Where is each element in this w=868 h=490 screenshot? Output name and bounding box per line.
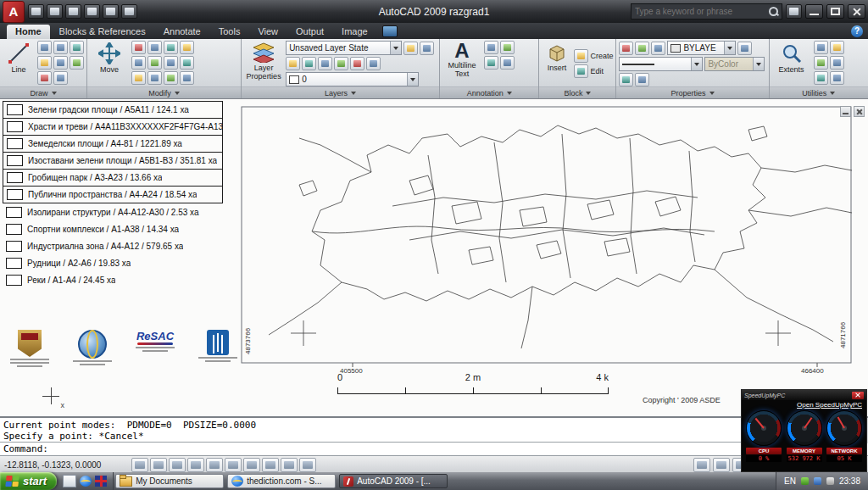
ducs-toggle[interactable] xyxy=(243,458,260,472)
transparency-icon[interactable] xyxy=(635,73,649,86)
panel-title-draw[interactable]: Draw xyxy=(0,86,86,98)
hatch-icon[interactable] xyxy=(70,56,84,70)
tab-home[interactable]: Home xyxy=(7,25,50,39)
ellipse-icon[interactable] xyxy=(53,56,68,70)
taskbar-item-autocad[interactable]: AutoCAD 2009 - [... xyxy=(339,474,448,488)
taskbar-item-my-documents[interactable]: My Documents xyxy=(115,474,224,488)
panel-title-utilities[interactable]: Utilities xyxy=(770,86,868,98)
layer-on-icon[interactable] xyxy=(286,57,300,70)
lwt-toggle[interactable] xyxy=(281,458,298,472)
undo-icon[interactable] xyxy=(103,4,119,19)
open-speedupmypc-link[interactable]: Open SpeedUpMyPC xyxy=(742,400,866,409)
osnap-toggle[interactable] xyxy=(206,458,223,472)
snap-toggle[interactable] xyxy=(131,458,148,472)
language-indicator[interactable]: EN xyxy=(784,476,796,486)
menu-browser-icon[interactable]: A xyxy=(3,1,25,23)
paste-icon[interactable] xyxy=(814,71,828,85)
measure-icon[interactable] xyxy=(814,41,828,54)
model-space-button[interactable] xyxy=(693,458,710,472)
redo-icon[interactable] xyxy=(121,4,137,19)
copy-clip-icon[interactable] xyxy=(830,71,844,85)
panel-title-block[interactable]: Block xyxy=(539,86,615,98)
match-properties-icon[interactable] xyxy=(619,42,633,55)
start-button[interactable]: start xyxy=(0,472,57,490)
open-icon[interactable] xyxy=(47,4,63,19)
lineweight-dropdown[interactable] xyxy=(619,57,703,71)
command-prompt[interactable]: Command: xyxy=(0,442,868,455)
erase-icon[interactable] xyxy=(131,41,146,54)
fillet-icon[interactable] xyxy=(180,41,194,54)
join-icon[interactable] xyxy=(180,71,194,85)
circle-icon[interactable] xyxy=(53,41,68,54)
move-tool-button[interactable]: Move xyxy=(90,41,129,86)
uk-flag-icon[interactable] xyxy=(95,476,107,487)
panel-title-layers[interactable]: Layers xyxy=(242,86,439,98)
scale-icon[interactable] xyxy=(147,71,162,85)
widget-close-icon[interactable] xyxy=(852,392,864,399)
layer-current-dropdown[interactable]: 0 xyxy=(286,72,419,86)
linetype-icon[interactable] xyxy=(619,73,633,86)
polyline-icon[interactable] xyxy=(37,41,52,54)
layer-properties-button[interactable]: Layer Properties xyxy=(244,41,283,86)
create-block-button[interactable]: Create xyxy=(574,49,613,63)
gradient-icon[interactable] xyxy=(37,71,52,85)
list-icon[interactable] xyxy=(737,42,752,55)
viewport-close-icon[interactable] xyxy=(854,106,865,117)
clock[interactable]: 23:38 xyxy=(839,476,860,486)
insert-block-button[interactable]: Insert xyxy=(542,41,571,86)
rotate-icon[interactable] xyxy=(131,56,146,70)
network-tray-icon[interactable] xyxy=(814,477,821,485)
zoom-extents-button[interactable]: Extents xyxy=(772,41,811,86)
save-icon[interactable] xyxy=(65,4,81,19)
tab-view[interactable]: View xyxy=(249,25,287,39)
quick-select-icon[interactable] xyxy=(814,56,828,70)
offset-icon[interactable] xyxy=(164,56,178,70)
communication-center-icon[interactable] xyxy=(786,4,802,19)
grid-toggle[interactable] xyxy=(150,458,167,472)
show-desktop-icon[interactable] xyxy=(63,475,76,487)
tab-annotate[interactable]: Annotate xyxy=(155,25,209,39)
properties-palette-icon[interactable] xyxy=(651,42,665,55)
plot-icon[interactable] xyxy=(84,4,100,19)
command-window[interactable]: Current point modes: PDMODE=0 PDSIZE=0.0… xyxy=(0,416,868,457)
arc-icon[interactable] xyxy=(70,41,84,54)
ribbon-options-icon[interactable] xyxy=(382,25,398,37)
trim-icon[interactable] xyxy=(147,56,162,70)
array-icon[interactable] xyxy=(180,56,194,70)
search-input[interactable] xyxy=(632,5,765,18)
edit-block-button[interactable]: Edit xyxy=(574,64,613,78)
explode-icon[interactable] xyxy=(131,71,146,85)
color-picker-icon[interactable] xyxy=(635,42,649,55)
layer-match-icon[interactable] xyxy=(334,57,348,70)
text-style-icon[interactable] xyxy=(484,41,498,54)
close-button[interactable] xyxy=(848,4,865,19)
search-icon[interactable] xyxy=(768,6,779,17)
dyn-toggle[interactable] xyxy=(262,458,279,472)
layer-lock-icon[interactable] xyxy=(318,57,332,70)
tab-image[interactable]: Image xyxy=(333,25,376,39)
mirror-icon[interactable] xyxy=(164,41,178,54)
table-icon[interactable] xyxy=(500,56,515,70)
tab-tools[interactable]: Tools xyxy=(210,25,249,39)
quick-view-layouts-button[interactable] xyxy=(713,458,730,472)
leader-icon[interactable] xyxy=(484,56,498,70)
rectangle-icon[interactable] xyxy=(37,56,52,70)
taskbar-item-browser[interactable]: thediction.com - S... xyxy=(227,474,336,488)
copy-icon[interactable] xyxy=(147,41,162,54)
tab-blocks-references[interactable]: Blocks & References xyxy=(51,25,154,39)
otrack-toggle[interactable] xyxy=(225,458,242,472)
multiline-text-button[interactable]: A Multiline Text xyxy=(442,41,481,86)
plot-style-dropdown[interactable]: ByColor xyxy=(704,57,765,71)
linear-dimension-icon[interactable] xyxy=(500,41,515,54)
panel-title-annotation[interactable]: Annotation xyxy=(440,86,538,98)
stretch-icon[interactable] xyxy=(164,71,178,85)
layer-walk-icon[interactable] xyxy=(366,57,381,70)
antivirus-tray-icon[interactable] xyxy=(801,477,809,485)
boundary-icon[interactable] xyxy=(53,71,68,85)
layer-freeze-icon[interactable] xyxy=(302,57,316,70)
layer-unisolate-icon[interactable] xyxy=(420,42,434,55)
volume-tray-icon[interactable] xyxy=(826,477,834,485)
new-icon[interactable] xyxy=(28,4,44,19)
polar-toggle[interactable] xyxy=(187,458,204,472)
layer-state-dropdown[interactable]: Unsaved Layer State xyxy=(286,41,402,55)
